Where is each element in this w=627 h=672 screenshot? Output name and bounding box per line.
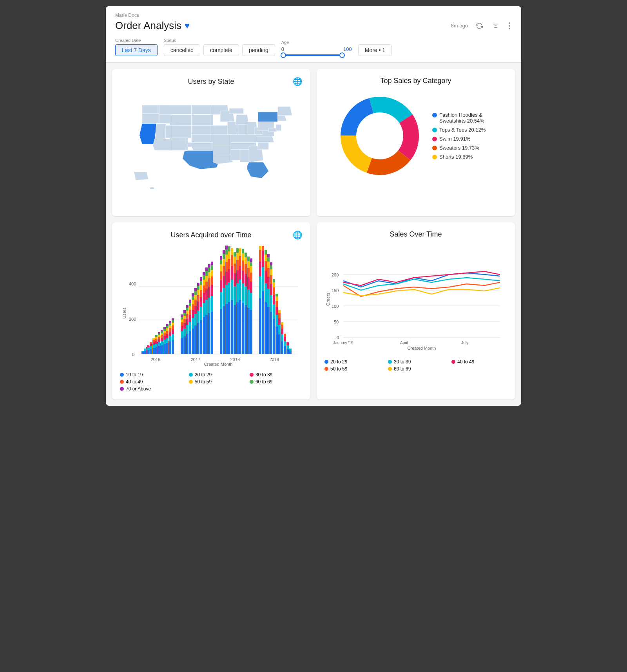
svg-rect-101 bbox=[152, 340, 155, 342]
svg-rect-89 bbox=[144, 351, 147, 354]
svg-point-51 bbox=[150, 187, 154, 190]
svg-rect-235 bbox=[220, 309, 222, 354]
svg-rect-363 bbox=[284, 334, 286, 337]
svg-rect-188 bbox=[194, 306, 197, 314]
line-legend-30-39-label: 30 to 39 bbox=[394, 359, 411, 365]
svg-rect-280 bbox=[239, 280, 241, 300]
svg-rect-349 bbox=[275, 294, 278, 296]
svg-rect-336 bbox=[270, 266, 272, 269]
svg-marker-50 bbox=[134, 172, 149, 180]
svg-rect-223 bbox=[208, 287, 210, 298]
filter-button[interactable] bbox=[491, 21, 501, 31]
svg-rect-253 bbox=[225, 255, 228, 262]
legend-50-59-dot bbox=[189, 380, 193, 384]
svg-rect-142 bbox=[169, 323, 171, 325]
line-legend-60-69-label: 60 to 69 bbox=[394, 366, 411, 372]
svg-rect-138 bbox=[169, 336, 171, 341]
svg-rect-329 bbox=[267, 257, 270, 262]
svg-rect-258 bbox=[228, 269, 230, 282]
svg-rect-360 bbox=[284, 346, 286, 354]
svg-text:50: 50 bbox=[334, 320, 339, 324]
users-by-state-card: Users by State 🌐 bbox=[112, 69, 310, 216]
age-slider-left-thumb[interactable] bbox=[281, 52, 286, 58]
svg-rect-257 bbox=[228, 282, 230, 302]
svg-rect-343 bbox=[273, 279, 275, 282]
svg-rect-115 bbox=[158, 332, 160, 334]
svg-rect-127 bbox=[163, 331, 166, 333]
svg-rect-311 bbox=[259, 262, 261, 276]
svg-rect-308 bbox=[250, 258, 252, 262]
users-over-time-title: Users Acquired over Time bbox=[129, 231, 293, 239]
cancelled-chip[interactable]: cancelled bbox=[164, 44, 200, 56]
svg-rect-327 bbox=[267, 268, 270, 277]
legend-shorts: Shorts 19.69% bbox=[432, 154, 495, 160]
svg-rect-288 bbox=[242, 253, 244, 260]
sweaters-dot bbox=[432, 146, 437, 150]
svg-rect-145 bbox=[172, 334, 174, 340]
svg-rect-214 bbox=[205, 315, 208, 354]
age-slider-right-thumb[interactable] bbox=[339, 52, 345, 58]
svg-rect-299 bbox=[247, 268, 250, 277]
svg-rect-95 bbox=[150, 346, 152, 349]
svg-rect-341 bbox=[273, 287, 275, 295]
svg-rect-290 bbox=[245, 305, 247, 354]
more-filters-button[interactable]: More • 1 bbox=[358, 44, 392, 56]
heart-icon[interactable]: ♥ bbox=[185, 21, 190, 31]
svg-rect-318 bbox=[265, 302, 267, 354]
svg-text:150: 150 bbox=[332, 288, 339, 293]
svg-marker-15 bbox=[170, 125, 192, 138]
svg-rect-233 bbox=[211, 265, 213, 270]
globe-icon-2: 🌐 bbox=[293, 230, 303, 240]
svg-rect-245 bbox=[223, 266, 225, 276]
svg-rect-325 bbox=[267, 289, 270, 307]
tops-label: Tops & Tees 20.12% bbox=[439, 127, 486, 133]
age-values: 0 100 bbox=[281, 46, 352, 52]
svg-rect-90 bbox=[144, 349, 147, 351]
svg-rect-125 bbox=[163, 336, 166, 340]
svg-rect-169 bbox=[186, 311, 188, 314]
svg-rect-247 bbox=[223, 254, 225, 259]
svg-rect-368 bbox=[289, 349, 292, 351]
more-options-button[interactable] bbox=[507, 21, 512, 31]
pending-chip[interactable]: pending bbox=[242, 44, 275, 56]
svg-rect-285 bbox=[242, 284, 244, 303]
svg-marker-52 bbox=[258, 112, 277, 122]
svg-rect-282 bbox=[239, 256, 241, 266]
age-slider[interactable] bbox=[281, 54, 344, 56]
svg-rect-97 bbox=[150, 342, 152, 344]
svg-rect-171 bbox=[186, 305, 188, 308]
svg-rect-205 bbox=[200, 281, 202, 285]
complete-chip[interactable]: complete bbox=[203, 44, 239, 56]
svg-rect-366 bbox=[286, 342, 289, 345]
title-left: Order Analysis ♥ bbox=[115, 20, 190, 32]
refresh-button[interactable] bbox=[474, 21, 484, 31]
svg-rect-221 bbox=[208, 313, 210, 354]
svg-rect-309 bbox=[259, 298, 261, 354]
users-over-time-title-row: Users Acquired over Time 🌐 bbox=[120, 230, 303, 240]
svg-rect-190 bbox=[194, 295, 197, 300]
last-7-days-chip[interactable]: Last 7 Days bbox=[115, 44, 158, 56]
svg-rect-313 bbox=[259, 246, 261, 250]
svg-rect-193 bbox=[197, 323, 199, 354]
svg-rect-230 bbox=[211, 285, 213, 296]
svg-marker-27 bbox=[213, 154, 233, 164]
svg-text:April: April bbox=[400, 341, 408, 345]
svg-rect-275 bbox=[236, 270, 239, 283]
svg-rect-224 bbox=[208, 278, 210, 287]
svg-rect-187 bbox=[194, 314, 197, 325]
svg-rect-195 bbox=[197, 302, 199, 311]
legend-60-69: 60 to 69 bbox=[250, 379, 303, 385]
svg-rect-216 bbox=[205, 289, 208, 300]
svg-rect-219 bbox=[205, 271, 208, 276]
svg-marker-6 bbox=[142, 105, 159, 114]
donut-legend: Fashion Hoodies & Sweatshirts 20.54% Top… bbox=[432, 112, 495, 160]
bar-chart: 0 200 400 Users bbox=[120, 244, 303, 366]
legend-30-39-dot bbox=[250, 373, 254, 377]
us-map bbox=[125, 95, 297, 204]
svg-rect-330 bbox=[267, 254, 270, 257]
svg-rect-105 bbox=[155, 341, 158, 344]
svg-rect-260 bbox=[228, 251, 230, 259]
svg-marker-20 bbox=[192, 134, 213, 143]
svg-rect-345 bbox=[275, 315, 278, 327]
svg-rect-359 bbox=[281, 322, 283, 325]
